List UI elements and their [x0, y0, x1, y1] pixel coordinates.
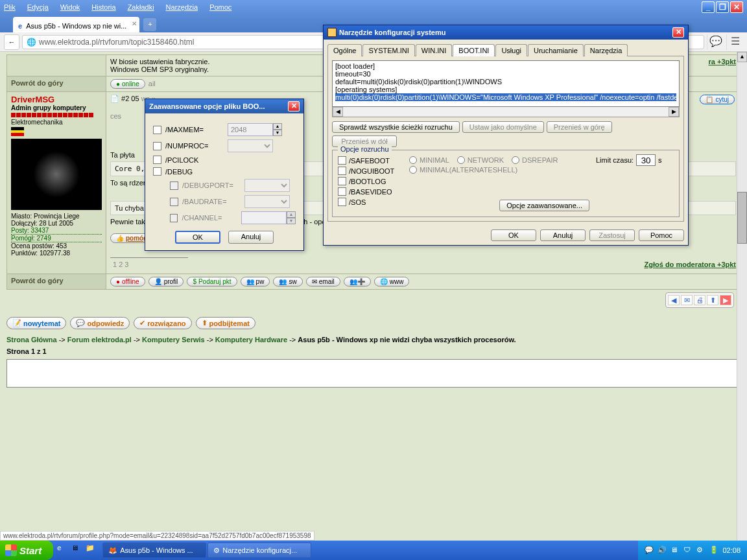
- crumb-serwis[interactable]: Komputery Serwis: [142, 336, 205, 344]
- h-scrollbar[interactable]: ◀ ▶: [332, 107, 680, 117]
- maxmem-checkbox[interactable]: [153, 126, 161, 134]
- clock[interactable]: 02:08: [722, 546, 741, 554]
- tab-close-icon[interactable]: ✕: [132, 20, 137, 27]
- maxmem-input[interactable]: [228, 123, 273, 136]
- msconfig-ok-button[interactable]: OK: [491, 229, 536, 241]
- msconfig-titlebar[interactable]: Narzędzie konfiguracji systemu ✕: [324, 25, 688, 40]
- tray-icon-6[interactable]: 🔋: [709, 546, 718, 555]
- print-icon[interactable]: 🖨: [694, 295, 706, 305]
- tab-uruchamianie[interactable]: Uruchamianie: [528, 44, 584, 56]
- page-scrollbar[interactable]: ▲: [737, 52, 747, 541]
- tray-icon-1[interactable]: 💬: [645, 546, 654, 555]
- tab-winini[interactable]: WIN.INI: [416, 44, 453, 56]
- bootini-textbox[interactable]: [boot loader] timeout=30 default=multi(0…: [332, 60, 680, 107]
- menu-view[interactable]: Widok: [60, 3, 80, 11]
- tab-uslugi[interactable]: Usługi: [495, 44, 527, 56]
- advdlg-ok-button[interactable]: OK: [175, 231, 220, 244]
- msconfig-help-button[interactable]: Pomoc: [639, 229, 684, 241]
- tab-narzedzia[interactable]: Narzędzia: [584, 44, 628, 56]
- tray-icon-2[interactable]: 🔊: [658, 546, 667, 555]
- addfriend-badge[interactable]: 👥➕: [344, 277, 371, 286]
- scroll-left-icon[interactable]: ◀: [333, 107, 343, 117]
- menu-history[interactable]: Historia: [91, 3, 115, 11]
- tab-bootini[interactable]: BOOT.INI: [453, 44, 495, 56]
- tab-ogolne[interactable]: Ogólne: [327, 44, 362, 56]
- pw-badge[interactable]: 👥 pw: [241, 277, 270, 286]
- newtopic-button[interactable]: 📝 nowytemat: [6, 317, 66, 329]
- www-badge[interactable]: 🌐 www: [374, 277, 410, 286]
- crumb-home[interactable]: Strona Główna: [6, 336, 57, 344]
- tray-icon-3[interactable]: 🖥: [670, 546, 680, 555]
- menu-bookmarks[interactable]: Zakładki: [128, 3, 154, 11]
- safeboot-checkbox[interactable]: [338, 156, 346, 165]
- back-to-top-2[interactable]: Powrót do góry: [7, 274, 106, 290]
- msconfig-close-button[interactable]: ✕: [672, 27, 684, 38]
- scroll-right-icon[interactable]: ▶: [669, 107, 679, 117]
- solved-button[interactable]: ✔ rozwiązano: [134, 317, 191, 329]
- debug-checkbox[interactable]: [153, 167, 161, 176]
- menu-icon[interactable]: ☰: [726, 34, 743, 50]
- pcilock-checkbox[interactable]: [153, 156, 161, 164]
- ql-folder-icon[interactable]: 📁: [86, 544, 99, 557]
- ql-desktop-icon[interactable]: 🖥: [71, 544, 84, 557]
- msconfig-cancel-button[interactable]: Anuluj: [540, 229, 586, 241]
- system-tray[interactable]: 💬 🔊 🖥 🛡 ⚙ 🔋 02:08: [638, 541, 747, 560]
- menu-help[interactable]: Pomoc: [209, 3, 231, 11]
- up-icon[interactable]: ⬆: [707, 295, 718, 305]
- check-paths-button[interactable]: Sprawdź wszystkie ścieżki rozruchu: [332, 121, 460, 133]
- basevideo-checkbox[interactable]: [338, 187, 346, 196]
- scroll-thumb[interactable]: [737, 192, 747, 244]
- post2-username[interactable]: DriverMSG: [11, 95, 102, 104]
- podaruj-badge[interactable]: $ Podaruj pkt: [187, 277, 237, 286]
- advdlg-close-button[interactable]: ✕: [288, 101, 300, 111]
- back-button[interactable]: ←: [4, 34, 19, 50]
- time-limit-input[interactable]: [636, 154, 656, 166]
- numproc-checkbox[interactable]: [153, 142, 161, 150]
- bootlog-checkbox[interactable]: [338, 177, 346, 185]
- menu-edit[interactable]: Edycja: [27, 3, 49, 11]
- taskbar-msconfig[interactable]: ⚙Narzędzie konfiguracj...: [208, 542, 311, 558]
- window-close-button[interactable]: ✕: [730, 1, 743, 13]
- report-link[interactable]: Zgłoś do moderatora +3pkt: [645, 261, 737, 268]
- menu-tools[interactable]: Narzędzia: [166, 3, 198, 11]
- scroll-up-icon[interactable]: ▲: [737, 52, 747, 62]
- start-button[interactable]: Start: [0, 541, 53, 560]
- reply-button[interactable]: 💬 odpowiedz: [70, 317, 130, 329]
- top-right-link[interactable]: ra +3pkt: [709, 58, 737, 65]
- scroll-track[interactable]: [343, 107, 669, 117]
- maximize-button[interactable]: ❐: [716, 1, 729, 13]
- ql-ie-icon[interactable]: e: [57, 544, 70, 557]
- chat-icon[interactable]: 💬: [707, 34, 724, 50]
- minimize-button[interactable]: _: [702, 1, 715, 13]
- advdlg-cancel-button[interactable]: Anuluj: [228, 231, 274, 244]
- sos-checkbox[interactable]: [338, 198, 346, 206]
- noguiboot-checkbox[interactable]: [338, 167, 346, 175]
- tab-systemini[interactable]: SYSTEM.INI: [362, 44, 414, 56]
- taskbar-firefox[interactable]: 🦊Asus p5b - Windows ...: [102, 542, 206, 558]
- maxmem-spinner[interactable]: ▲▼: [273, 123, 282, 136]
- numproc-select[interactable]: [228, 139, 273, 152]
- signature-pages[interactable]: 1 2 3: [110, 258, 131, 271]
- crumb-forum[interactable]: Forum elektroda.pl: [67, 336, 132, 344]
- back-to-top-1[interactable]: Powrót do góry: [7, 76, 106, 92]
- bootini-selected-line[interactable]: multi(0)disk(0)rdisk(0)partition(1)\WIND…: [335, 93, 676, 101]
- bump-button[interactable]: ⬆ podbijtemat: [196, 317, 255, 329]
- quick-reply-box[interactable]: [6, 359, 741, 388]
- menu-file[interactable]: Plik: [4, 3, 16, 11]
- browser-menubar[interactable]: Plik Edycja Widok Historia Zakładki Narz…: [0, 0, 747, 14]
- sw-badge[interactable]: 👥 sw: [273, 277, 302, 286]
- tray-icon-5[interactable]: ⚙: [696, 546, 706, 555]
- crumb-hw[interactable]: Komputery Hardware: [215, 336, 287, 344]
- mail-icon[interactable]: ✉: [681, 295, 693, 305]
- profil-badge[interactable]: 👤 profil: [148, 277, 184, 286]
- info-posty[interactable]: Posty: 33437: [11, 227, 102, 235]
- info-pomogl[interactable]: Pomógł: 2749: [11, 235, 102, 242]
- new-tab-button[interactable]: +: [143, 18, 156, 31]
- tray-icon-4[interactable]: 🛡: [683, 546, 693, 555]
- browser-tab[interactable]: e Asus p5b - Windows xp nie wi... ✕: [13, 17, 139, 32]
- online-badge[interactable]: ● online: [110, 79, 145, 89]
- advdlg-titlebar[interactable]: Zaawansowane opcje pliku BOO... ✕: [145, 99, 303, 113]
- quote-button[interactable]: 📋 cytuj: [700, 95, 735, 104]
- prev-icon[interactable]: ◀: [668, 295, 680, 305]
- email-badge[interactable]: ✉ email: [306, 277, 340, 286]
